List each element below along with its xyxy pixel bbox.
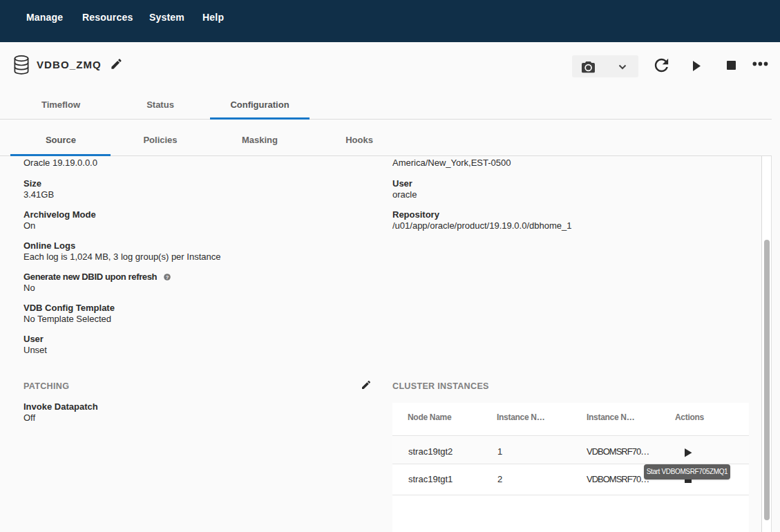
svg-text:?: ? [166,274,169,280]
